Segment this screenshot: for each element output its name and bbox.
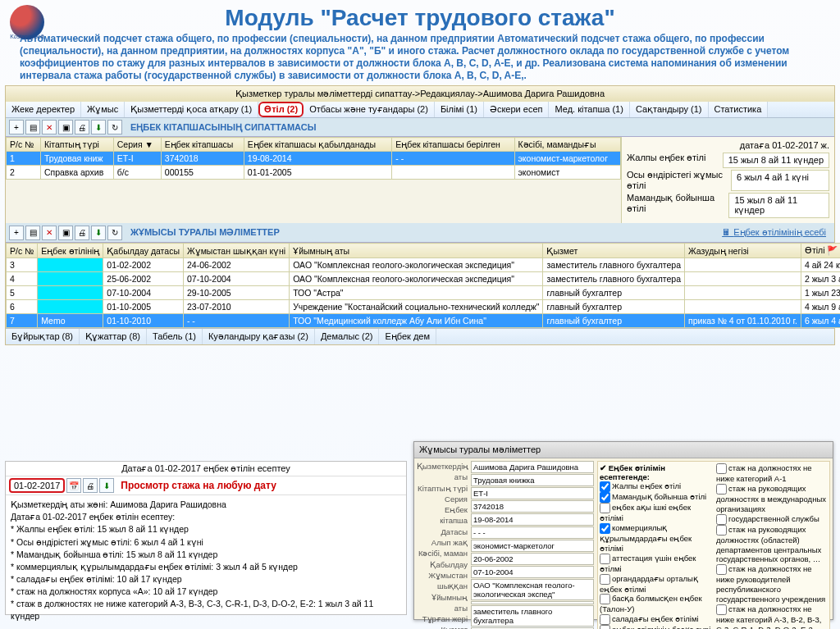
field-input[interactable]: заместитель главного бухгалтера: [471, 605, 594, 627]
checkbox-option[interactable]: стаж на должностях не ниже руководителей…: [716, 564, 828, 604]
refresh-icon[interactable]: ↻: [107, 226, 122, 240]
column-header[interactable]: Р/с №: [7, 138, 41, 152]
checkbox-option[interactable]: стаж на руководящих должностях в междуна…: [716, 484, 828, 514]
add-icon[interactable]: +: [9, 120, 24, 134]
column-header[interactable]: Өтілі 🚩: [801, 244, 840, 258]
table-row[interactable]: 507-10-200429-10-2005ТОО "Астра"главный …: [7, 286, 841, 300]
table-row[interactable]: 7Memo01-10-2010- -ТОО "Медицинский колле…: [7, 314, 841, 328]
checkbox-option[interactable]: еңбек өтілмінің басқа түрі: [600, 625, 711, 629]
tab-8[interactable]: Сақтандыру (1): [630, 102, 709, 117]
column-header[interactable]: Жұмыстан шыққан күні: [183, 244, 289, 258]
tab-2[interactable]: Қызметтерді қоса атқару (1): [125, 102, 258, 117]
field-input[interactable]: ЕТ-І: [471, 487, 594, 499]
report-line: Қызметкердің аты жөні: Ашимова Дарига Ра…: [11, 499, 401, 510]
column-header[interactable]: Еңбек кітапшасы берілген: [392, 138, 514, 152]
column-header[interactable]: Қабылдау датасы: [103, 244, 184, 258]
column-header[interactable]: Қызмет: [543, 244, 685, 258]
export-icon[interactable]: ⬇: [99, 478, 114, 493]
bottom-tab[interactable]: Табель (1): [147, 329, 203, 344]
delete-icon[interactable]: ✕: [42, 226, 57, 240]
date-input[interactable]: 01-02-2017: [9, 478, 65, 493]
bottom-tab[interactable]: Куәландыру қағазы (2): [203, 329, 315, 344]
delete-icon[interactable]: ✕: [42, 120, 57, 134]
field-input[interactable]: экономист-маркетолог: [471, 540, 594, 552]
field-label: Жұмыстан шыққан: [417, 570, 468, 592]
field-input[interactable]: Трудовая книжка: [471, 474, 594, 486]
checkbox-option[interactable]: Жалпы еңбек өтілі: [600, 481, 711, 492]
calendar-icon[interactable]: 📅: [66, 478, 81, 493]
tab-3[interactable]: Өтіл (2): [258, 102, 304, 117]
refresh-icon[interactable]: ↻: [107, 120, 122, 134]
field-input[interactable]: ОАО "Комплексная геолого-экологическая э…: [471, 579, 594, 600]
field-input[interactable]: - - -: [471, 526, 594, 539]
field-label: Алып жақ: [417, 537, 468, 548]
column-header[interactable]: Кітаптың түрі: [40, 138, 113, 152]
field-label: Кәсібі, маман: [417, 548, 468, 558]
checkbox-option[interactable]: саладағы еңбек өтілімі: [600, 614, 711, 625]
total-exp-value: 15 жыл 8 ай 11 күндер: [723, 153, 829, 168]
tab-9[interactable]: Статистика: [709, 102, 769, 117]
field-input[interactable]: 20-06-2002: [471, 553, 594, 565]
column-header[interactable]: Жазудың негізі: [685, 244, 801, 258]
checkbox-option[interactable]: стаж на должностях не ниже категорий А-1: [716, 463, 828, 484]
table-row[interactable]: 601-10-200523-07-2010Учреждение "Костана…: [7, 300, 841, 314]
field-input[interactable]: 19-08-2014: [471, 513, 594, 526]
tab-4[interactable]: Отбасы және туғандары (2): [304, 102, 435, 117]
checkbox-option[interactable]: коммерциялық құрылымдардағы еңбек өтілім…: [600, 523, 711, 554]
edit-icon[interactable]: ▤: [25, 226, 40, 240]
calc-experience-link[interactable]: 🖩 Еңбек өтілімінің есебі: [717, 225, 831, 240]
field-input[interactable]: Ашимова Дарига Рашидовна: [471, 461, 594, 473]
report-line: * стаж в должностях не ниже категорий A-…: [11, 598, 401, 621]
print-icon[interactable]: 🖨: [75, 226, 89, 240]
checkbox-option[interactable]: органдардағы орталық еңбек өтілмі: [600, 574, 711, 595]
column-header[interactable]: Еңбек кітапшасы: [161, 138, 244, 152]
experience-report-window: Датаға 01-02-2017 еңбек өтілін есептеу 0…: [5, 461, 407, 615]
add-icon[interactable]: +: [9, 226, 24, 240]
table-row[interactable]: 1Трудовая книжЕТ-І374201819-08-2014- -эк…: [7, 152, 621, 166]
checkbox-option[interactable]: государственной службы: [716, 514, 828, 525]
as-of-date: датаға 01-02-2017 ж.: [627, 140, 829, 151]
tab-6[interactable]: Әскери есеп: [484, 102, 550, 117]
toolbar-1: + ▤ ✕ ▣ 🖨 ⬇ ↻ ЕҢБЕК КІТАПШАСЫНЫҢ СИПАТТА…: [6, 118, 834, 137]
tab-5[interactable]: Білімі (1): [435, 102, 484, 117]
column-header[interactable]: Серия ▼: [113, 138, 161, 152]
checkbox-option[interactable]: еңбек ақы ішкі еңбек өтілімі: [600, 503, 711, 523]
edit-icon[interactable]: ▤: [25, 120, 40, 134]
field-label: Тұрған жері: [417, 613, 468, 624]
report-line: Датаға 01-02-2017 еңбек өтілін есептеу:: [11, 511, 401, 522]
column-header[interactable]: Ұйымның аты: [290, 244, 543, 258]
column-header[interactable]: Кәсібі, мамандығы: [514, 138, 621, 152]
here-exp-value: 6 жыл 4 ай 1 күні: [731, 170, 829, 191]
checkbox-option[interactable]: Мамандық бойынша өтілі: [600, 492, 711, 503]
export-icon[interactable]: ⬇: [91, 120, 106, 134]
checkbox-option[interactable]: басқа болмысқен еңбек (Талон-У): [600, 594, 711, 614]
column-header[interactable]: Р/с №: [7, 244, 38, 258]
bottom-tab[interactable]: Бұйрықтар (8): [6, 329, 80, 344]
print-icon[interactable]: 🖨: [75, 120, 89, 134]
bottom-tab[interactable]: Құжаттар (8): [80, 329, 147, 344]
report-body: Қызметкердің аты жөні: Ашимова Дарига Ра…: [6, 495, 406, 625]
checkbox-option[interactable]: стаж на руководящих должностях (областей…: [716, 525, 828, 565]
table-row[interactable]: 2Справка архивб/с00015501-01-2005экономи…: [7, 166, 621, 180]
copy-icon[interactable]: ▣: [58, 120, 73, 134]
checkbox-option[interactable]: аттестация үшін еңбек өтілмі: [600, 554, 711, 574]
bottom-tab[interactable]: Еңбек дем: [379, 329, 436, 344]
tab-1[interactable]: Жұмыс: [81, 102, 125, 117]
field-input[interactable]: 3742018: [471, 500, 594, 513]
table-row[interactable]: 301-02-200224-06-2002ОАО "Комплексная ге…: [7, 258, 841, 272]
table-row[interactable]: 425-06-200207-10-2004ОАО "Комплексная ге…: [7, 272, 841, 286]
tab-7[interactable]: Мед. кітапша (1): [549, 102, 629, 117]
bottom-tab[interactable]: Демалыс (2): [315, 329, 380, 344]
copy-icon[interactable]: ▣: [58, 226, 73, 240]
field-input[interactable]: 07-10-2004: [471, 566, 594, 578]
prof-exp-label: Мамандық бойынша өтілі: [627, 193, 728, 218]
column-header[interactable]: Еңбек өтілінің: [38, 244, 103, 258]
column-header[interactable]: Еңбек кітапшасы қабылданады: [244, 138, 391, 152]
checkbox-option[interactable]: стаж на должностях не ниже категорий А-3…: [716, 604, 828, 629]
print-icon[interactable]: 🖨: [83, 478, 98, 493]
report-title: Датаға 01-02-2017 еңбек өтілін есептеу: [6, 462, 406, 476]
field-label: Датасы: [417, 526, 468, 537]
export-icon[interactable]: ⬇: [91, 226, 106, 240]
tab-0[interactable]: Жеке деректер: [6, 102, 81, 117]
field-input[interactable]: [471, 601, 594, 604]
